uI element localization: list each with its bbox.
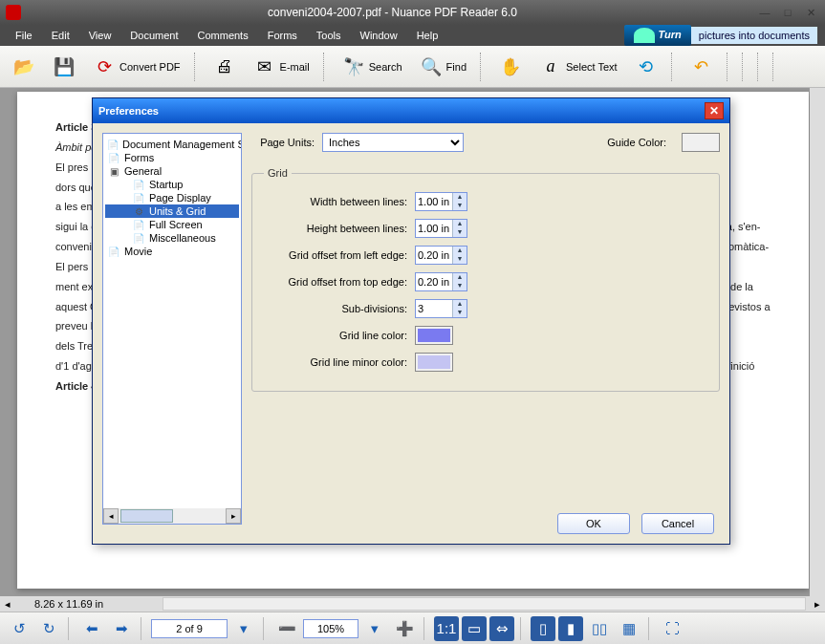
menu-help[interactable]: Help — [409, 28, 446, 43]
spin-down-icon[interactable]: ▼ — [453, 282, 467, 290]
continuous-button[interactable]: ▮ — [558, 616, 583, 641]
tree-item-movie[interactable]: 📄Movie — [105, 245, 239, 258]
offset-top-input[interactable] — [416, 273, 452, 290]
menu-file[interactable]: File — [8, 28, 40, 43]
menu-edit[interactable]: Edit — [44, 28, 77, 43]
tree-item-miscellaneous[interactable]: 📄Miscellaneous — [105, 231, 239, 245]
continuous-facing-button[interactable]: ▦ — [616, 616, 642, 641]
spin-up-icon[interactable]: ▲ — [453, 193, 467, 202]
search-button[interactable]: 🔭Search — [336, 52, 409, 82]
rotate-ccw-button[interactable]: ↺ — [6, 616, 33, 641]
offset-left-spinner[interactable]: ▲▼ — [415, 246, 467, 265]
next-page-button[interactable]: ➡ — [108, 616, 135, 641]
ok-button[interactable]: OK — [557, 513, 630, 534]
menu-view[interactable]: View — [81, 28, 119, 43]
subdivisions-spinner[interactable]: ▲▼ — [415, 299, 467, 318]
spin-up-icon[interactable]: ▲ — [453, 220, 467, 228]
toolbar-separator — [194, 53, 200, 81]
tree-item-forms[interactable]: 📄Forms — [105, 151, 239, 164]
cancel-button[interactable]: Cancel — [641, 513, 714, 534]
select-label: Select Text — [566, 61, 618, 73]
tree-item-startup[interactable]: 📄Startup — [105, 178, 239, 191]
rotate-cw-button[interactable]: ↻ — [35, 616, 62, 641]
text-select-icon: a — [539, 55, 562, 78]
minimize-button[interactable]: — — [756, 6, 773, 19]
offset-left-input[interactable] — [416, 247, 452, 264]
menu-tools[interactable]: Tools — [309, 28, 349, 43]
grid-line-color-button[interactable] — [415, 326, 453, 345]
offset-top-spinner[interactable]: ▲▼ — [415, 272, 467, 291]
menu-document[interactable]: Document — [122, 28, 185, 43]
single-page-button[interactable]: ▯ — [531, 616, 555, 641]
dialog-close-button[interactable]: ✕ — [705, 102, 724, 119]
nav-toolbar: ↺ ↻ ⬅ ➡ ▾ ➖ ▾ ➕ 1:1 ▭ ⇔ ▯ ▮ ▯▯ ▦ ⛶ — [0, 612, 825, 644]
folder-open-icon: 📂 — [12, 55, 35, 78]
page-units-select[interactable]: Inches — [322, 133, 464, 152]
scroll-right-icon[interactable]: ▸ — [226, 508, 241, 524]
spin-down-icon[interactable]: ▼ — [453, 202, 467, 210]
menu-comments[interactable]: Comments — [190, 28, 256, 43]
tree-item-document-management[interactable]: 📄Document Management S — [105, 138, 239, 151]
width-input[interactable] — [416, 193, 452, 210]
scroll-left-icon[interactable]: ◂ — [103, 508, 119, 524]
app-window: conveni2004-2007.pdf - Nuance PDF Reader… — [0, 0, 825, 644]
page-dropdown-button[interactable]: ▾ — [230, 616, 257, 641]
zoom-dropdown-button[interactable]: ▾ — [361, 616, 388, 641]
spin-up-icon[interactable]: ▲ — [453, 273, 467, 282]
find-button[interactable]: 🔍Find — [413, 52, 473, 82]
grid-minor-color-button[interactable] — [415, 353, 453, 372]
zoom-field[interactable] — [303, 619, 358, 638]
height-spinner[interactable]: ▲▼ — [415, 219, 467, 238]
open-button[interactable]: 📂 — [6, 52, 42, 82]
horizontal-scrollbar[interactable] — [163, 597, 806, 611]
print-button[interactable]: 🖨 — [206, 52, 243, 82]
color-swatch — [684, 136, 717, 149]
status-strip: ◂ 8.26 x 11.69 in ▸ — [0, 596, 825, 612]
maximize-button[interactable]: □ — [779, 6, 796, 19]
tree-horizontal-scrollbar[interactable]: ◂ ▸ — [103, 508, 241, 524]
scroll-left-icon[interactable]: ◂ — [0, 598, 15, 611]
zoom-out-button[interactable]: ➖ — [273, 616, 300, 641]
scroll-thumb[interactable] — [120, 509, 173, 523]
tree-item-general[interactable]: ▣General — [105, 164, 239, 178]
fit-width-button[interactable]: ⇔ — [489, 616, 514, 641]
width-spinner[interactable]: ▲▼ — [415, 192, 467, 211]
select-text-button[interactable]: aSelect Text — [532, 52, 624, 82]
vertical-scrollbar[interactable] — [810, 88, 825, 596]
page-icon: 📄 — [107, 246, 120, 257]
spin-down-icon[interactable]: ▼ — [453, 228, 467, 237]
preferences-tree[interactable]: 📄Document Management S 📄Forms ▣General 📄… — [102, 133, 242, 525]
menu-window[interactable]: Window — [353, 28, 405, 43]
turn-promo[interactable]: Turn pictures into documents — [624, 25, 817, 46]
fit-page-button[interactable]: ▭ — [462, 616, 487, 641]
tree-item-page-display[interactable]: 📄Page Display — [105, 191, 239, 204]
zoom-in-button[interactable]: ➕ — [391, 616, 418, 641]
facing-button[interactable]: ▯▯ — [586, 616, 613, 641]
save-button[interactable]: 💾 — [46, 52, 82, 82]
prev-page-button[interactable]: ⬅ — [78, 616, 105, 641]
spin-up-icon[interactable]: ▲ — [453, 247, 467, 255]
email-button[interactable]: ✉E-mail — [247, 52, 316, 82]
convert-pdf-button[interactable]: ⟳Convert PDF — [86, 52, 187, 82]
tree-item-units-grid[interactable]: ⚙Units & Grid — [105, 204, 239, 218]
menu-forms[interactable]: Forms — [260, 28, 305, 43]
scroll-right-icon[interactable]: ▸ — [810, 598, 825, 611]
tree-item-full-screen[interactable]: 📄Full Screen — [105, 218, 239, 231]
spin-down-icon[interactable]: ▼ — [453, 309, 467, 317]
close-button[interactable]: ✕ — [802, 6, 819, 19]
page-units-label: Page Units: — [251, 137, 315, 148]
spin-down-icon[interactable]: ▼ — [453, 255, 467, 264]
set-button[interactable]: ⟲ — [628, 52, 664, 82]
actual-size-button[interactable]: 1:1 — [434, 616, 459, 641]
guide-color-button[interactable] — [682, 133, 720, 152]
page-icon: 📄 — [107, 139, 119, 150]
fullscreen-button[interactable]: ⛶ — [659, 616, 685, 641]
tree-label: Forms — [124, 152, 154, 163]
page-number-field[interactable] — [151, 619, 228, 638]
height-input[interactable] — [416, 220, 452, 237]
app-icon — [6, 5, 21, 20]
hand-tool-button[interactable]: ✋ — [492, 52, 529, 82]
spin-up-icon[interactable]: ▲ — [453, 300, 467, 309]
subdivisions-input[interactable] — [416, 300, 452, 317]
undo-button[interactable]: ↶ — [684, 52, 720, 82]
